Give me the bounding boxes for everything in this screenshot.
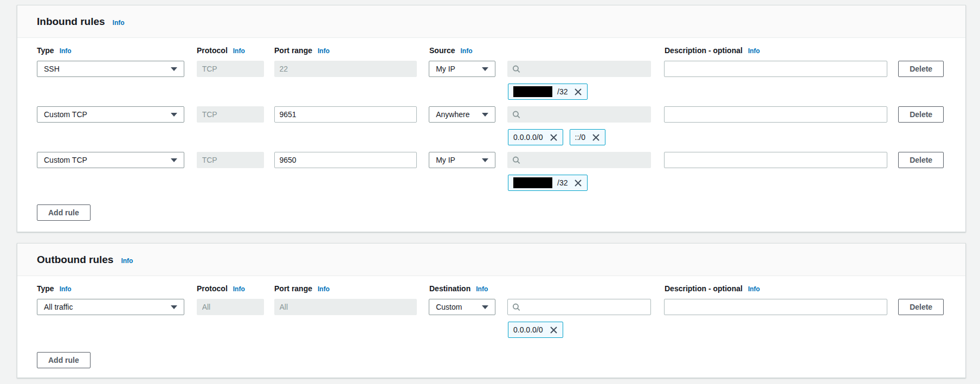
source-select-value: Anywhere xyxy=(436,110,469,119)
info-link[interactable]: Info xyxy=(476,285,488,293)
description-input[interactable] xyxy=(664,299,887,315)
remove-token-button[interactable] xyxy=(592,133,600,142)
token-label: /32 xyxy=(557,178,568,187)
close-icon xyxy=(574,179,582,187)
token-row: 0.0.0.0/0 xyxy=(508,322,946,338)
protocol-input xyxy=(197,106,264,123)
add-rule-button[interactable]: Add rule xyxy=(37,204,91,221)
inbound-rule-row: SSH My IP xyxy=(37,61,946,100)
info-link[interactable]: Info xyxy=(748,285,760,293)
description-input[interactable] xyxy=(664,106,887,123)
redacted-ip xyxy=(513,86,552,97)
remove-token-button[interactable] xyxy=(574,88,582,96)
chevron-down-icon xyxy=(171,158,177,162)
type-select-value: Custom TCP xyxy=(44,110,87,119)
type-select[interactable]: SSH xyxy=(37,61,184,77)
column-label-destination: DestinationInfo xyxy=(429,284,652,294)
outbound-rules-card: Outbound rules Info TypeInfo ProtocolInf… xyxy=(17,243,966,378)
description-input[interactable] xyxy=(664,61,887,77)
port-range-input[interactable] xyxy=(274,106,417,123)
chevron-down-icon xyxy=(482,67,488,71)
inbound-column-labels: TypeInfo ProtocolInfo Port rangeInfo Sou… xyxy=(37,46,946,56)
info-link[interactable]: Info xyxy=(318,47,330,55)
redacted-ip xyxy=(513,177,552,188)
chevron-down-icon xyxy=(171,113,177,117)
protocol-input xyxy=(197,152,264,168)
info-link[interactable]: Info xyxy=(60,285,72,293)
outbound-column-labels: TypeInfo ProtocolInfo Port rangeInfo Des… xyxy=(37,284,946,294)
chevron-down-icon xyxy=(482,158,488,162)
source-search-input xyxy=(524,65,646,73)
port-range-input xyxy=(274,61,417,77)
source-select-value: My IP xyxy=(436,65,455,73)
type-select-value: Custom TCP xyxy=(44,156,87,164)
chevron-down-icon xyxy=(171,305,177,309)
token-label: 0.0.0.0/0 xyxy=(513,325,543,334)
remove-token-button[interactable] xyxy=(574,179,582,187)
token-label: 0.0.0.0/0 xyxy=(513,133,543,142)
delete-rule-button[interactable]: Delete xyxy=(898,106,944,123)
close-icon xyxy=(574,88,582,96)
source-search-box xyxy=(507,152,651,168)
cidr-token: ::/0 xyxy=(570,129,605,145)
chevron-down-icon xyxy=(482,305,488,309)
column-label-protocol: ProtocolInfo xyxy=(197,46,264,56)
type-select[interactable]: Custom TCP xyxy=(37,152,184,168)
destination-search-box[interactable] xyxy=(507,299,651,315)
source-select[interactable]: My IP xyxy=(429,152,495,168)
chevron-down-icon xyxy=(171,67,177,71)
source-search-input xyxy=(524,110,646,119)
outbound-body: TypeInfo ProtocolInfo Port rangeInfo Des… xyxy=(17,276,965,379)
outbound-rule-row: All traffic Custom xyxy=(37,299,946,338)
info-link[interactable]: Info xyxy=(233,285,245,293)
source-search-box xyxy=(507,106,651,123)
inbound-body: TypeInfo ProtocolInfo Port rangeInfo Sou… xyxy=(17,38,965,232)
port-range-input xyxy=(274,299,417,315)
type-select-value: All traffic xyxy=(44,303,73,311)
delete-rule-button[interactable]: Delete xyxy=(898,152,944,168)
chevron-down-icon xyxy=(482,113,488,117)
token-row: 0.0.0.0/0 ::/0 xyxy=(508,129,946,145)
cidr-token: 0.0.0.0/0 xyxy=(508,322,563,338)
column-label-type: TypeInfo xyxy=(37,284,184,294)
info-link[interactable]: Info xyxy=(121,257,133,265)
column-label-port-range: Port rangeInfo xyxy=(274,284,417,294)
info-link[interactable]: Info xyxy=(460,47,472,55)
destination-select[interactable]: Custom xyxy=(429,299,495,315)
type-select[interactable]: Custom TCP xyxy=(37,106,184,123)
search-icon xyxy=(512,110,520,119)
search-icon xyxy=(512,303,520,311)
source-select[interactable]: Anywhere xyxy=(429,106,495,123)
info-link[interactable]: Info xyxy=(748,47,760,55)
source-search-box xyxy=(507,61,651,77)
description-input[interactable] xyxy=(664,152,887,168)
delete-rule-button[interactable]: Delete xyxy=(898,61,944,77)
close-icon xyxy=(550,133,558,142)
cidr-token: /32 xyxy=(508,84,588,100)
inbound-rules-card: Inbound rules Info TypeInfo ProtocolInfo… xyxy=(17,5,966,232)
column-label-description: Description - optionalInfo xyxy=(665,46,888,56)
remove-token-button[interactable] xyxy=(550,133,558,142)
cidr-token: /32 xyxy=(508,175,588,191)
type-select[interactable]: All traffic xyxy=(37,299,184,315)
outbound-title: Outbound rules xyxy=(37,253,113,266)
source-search-input xyxy=(524,156,646,164)
inbound-header: Inbound rules Info xyxy=(17,5,965,38)
info-link[interactable]: Info xyxy=(318,285,330,293)
outbound-header: Outbound rules Info xyxy=(17,244,965,276)
add-rule-button[interactable]: Add rule xyxy=(37,352,91,368)
port-range-input[interactable] xyxy=(274,152,417,168)
column-label-description: Description - optionalInfo xyxy=(665,284,888,294)
column-label-port-range: Port rangeInfo xyxy=(274,46,417,56)
protocol-input xyxy=(197,299,264,315)
destination-search-input[interactable] xyxy=(524,303,646,311)
source-select[interactable]: My IP xyxy=(429,61,495,77)
info-link[interactable]: Info xyxy=(60,47,72,55)
delete-rule-button[interactable]: Delete xyxy=(898,299,944,315)
search-icon xyxy=(512,65,520,73)
remove-token-button[interactable] xyxy=(550,326,558,334)
info-link[interactable]: Info xyxy=(113,19,125,27)
destination-select-value: Custom xyxy=(436,303,462,311)
inbound-title: Inbound rules xyxy=(37,15,105,28)
info-link[interactable]: Info xyxy=(233,47,245,55)
